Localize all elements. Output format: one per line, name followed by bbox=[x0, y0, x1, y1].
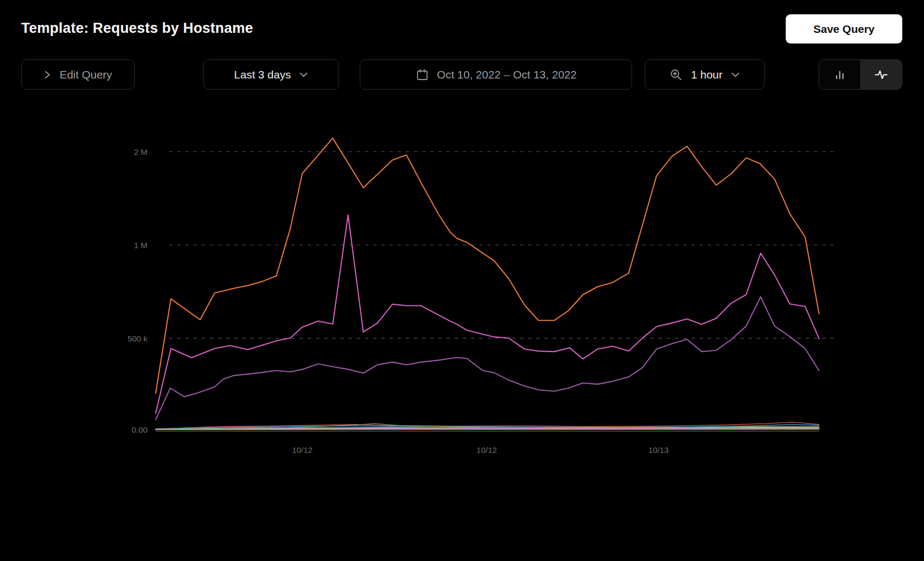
x-axis-label: 10/13 bbox=[648, 445, 669, 454]
y-axis-label: 2 M bbox=[134, 147, 148, 156]
bar-chart-toggle[interactable] bbox=[819, 60, 861, 89]
chart-line-series-13 bbox=[156, 429, 819, 430]
y-axis-label: 500 k bbox=[128, 334, 148, 343]
chart-type-toggle bbox=[819, 59, 902, 90]
time-range-dropdown[interactable]: Last 3 days bbox=[203, 59, 339, 90]
granularity-dropdown[interactable]: 1 hour bbox=[645, 59, 765, 90]
y-axis-label: 0.00 bbox=[131, 425, 147, 434]
x-axis-label: 10/12 bbox=[476, 445, 497, 454]
date-range-button[interactable]: Oct 10, 2022 – Oct 13, 2022 bbox=[360, 59, 632, 90]
edit-query-label: Edit Query bbox=[59, 68, 112, 81]
y-axis-label: 1 M bbox=[134, 241, 148, 250]
calendar-icon bbox=[415, 68, 429, 82]
zoom-in-icon bbox=[669, 68, 683, 82]
x-axis-label: 10/12 bbox=[292, 445, 313, 454]
chevron-down-icon bbox=[731, 72, 740, 78]
date-range-label: Oct 10, 2022 – Oct 13, 2022 bbox=[437, 68, 577, 81]
granularity-label: 1 hour bbox=[691, 68, 723, 81]
chevron-right-icon bbox=[43, 70, 51, 80]
time-range-label: Last 3 days bbox=[234, 68, 291, 81]
edit-query-button[interactable]: Edit Query bbox=[21, 59, 135, 90]
chevron-down-icon bbox=[299, 72, 308, 78]
save-query-button[interactable]: Save Query bbox=[786, 14, 902, 43]
chart-line-series-1 bbox=[156, 138, 819, 393]
line-chart-toggle[interactable] bbox=[861, 60, 902, 89]
line-chart-icon bbox=[874, 68, 889, 82]
page-title: Template: Requests by Hostname bbox=[21, 20, 253, 37]
requests-chart[interactable]: 2 M1 M500 k0.0010/1210/1210/13 bbox=[0, 106, 924, 561]
bar-chart-icon bbox=[833, 68, 847, 82]
